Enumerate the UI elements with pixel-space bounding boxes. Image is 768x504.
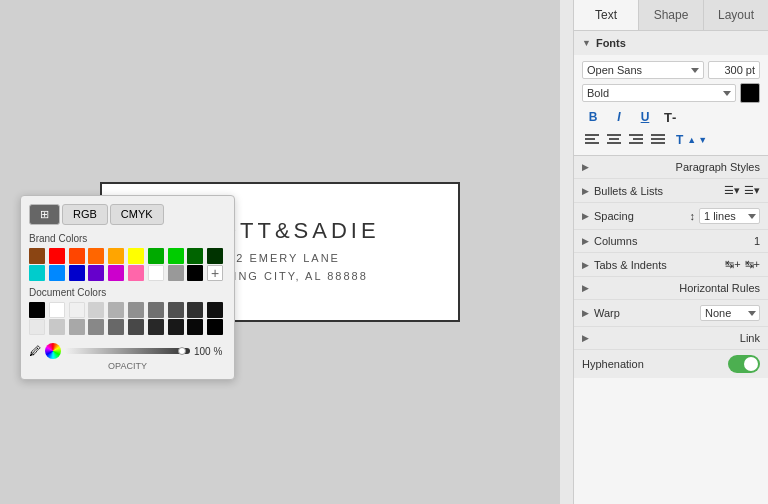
font-style-select[interactable]: Bold bbox=[582, 84, 736, 102]
swatch[interactable] bbox=[88, 265, 104, 281]
swatch[interactable] bbox=[69, 265, 85, 281]
tab-shape[interactable]: Shape bbox=[639, 0, 704, 30]
horizontal-rules-row[interactable]: ▶ Horizontal Rules bbox=[574, 277, 768, 300]
swatch[interactable] bbox=[187, 319, 203, 335]
tab-cmyk[interactable]: CMYK bbox=[110, 204, 164, 225]
spacing-row[interactable]: ▶ Spacing ↕ 1 lines 1.5 lines 2 lines bbox=[574, 203, 768, 230]
swatch[interactable] bbox=[207, 319, 223, 335]
swatch[interactable] bbox=[29, 302, 45, 318]
swatch[interactable] bbox=[128, 248, 144, 264]
svg-rect-8 bbox=[629, 142, 643, 144]
warp-arrow: ▶ bbox=[582, 308, 589, 318]
eyedropper-icon[interactable]: 🖉 bbox=[29, 344, 41, 358]
swatch[interactable] bbox=[148, 319, 164, 335]
tab-rgb[interactable]: RGB bbox=[62, 204, 108, 225]
columns-label: Columns bbox=[594, 235, 637, 247]
svg-rect-2 bbox=[585, 142, 599, 144]
text-baseline-up-button[interactable]: ▲ bbox=[687, 135, 696, 145]
fonts-arrow-icon: ▼ bbox=[582, 38, 591, 48]
hyphenation-row[interactable]: Hyphenation bbox=[574, 350, 768, 378]
svg-rect-0 bbox=[585, 134, 599, 136]
swatch[interactable] bbox=[108, 248, 124, 264]
swatch[interactable] bbox=[88, 248, 104, 264]
spacing-arrow: ▶ bbox=[582, 211, 589, 221]
align-right-button[interactable] bbox=[626, 131, 646, 149]
opacity-value[interactable]: 100 % bbox=[194, 346, 226, 357]
warp-row[interactable]: ▶ Warp None Arc Wave bbox=[574, 300, 768, 327]
swatch[interactable] bbox=[128, 319, 144, 335]
color-wheel-icon[interactable] bbox=[45, 343, 61, 359]
swatch[interactable] bbox=[168, 248, 184, 264]
warp-select[interactable]: None Arc Wave bbox=[700, 305, 760, 321]
tab-text[interactable]: Text bbox=[574, 0, 639, 30]
swatch[interactable] bbox=[29, 265, 45, 281]
swatch[interactable] bbox=[148, 248, 164, 264]
bullets-icons: ☰▾ ☰▾ bbox=[724, 184, 760, 197]
swatch[interactable] bbox=[187, 265, 203, 281]
tab-layout[interactable]: Layout bbox=[704, 0, 768, 30]
indent-icon[interactable]: ↹+ bbox=[745, 258, 760, 271]
brand-colors-label: Brand Colors bbox=[29, 233, 226, 244]
swatch[interactable] bbox=[108, 319, 124, 335]
paragraph-styles-row[interactable]: ▶ Paragraph Styles bbox=[574, 156, 768, 179]
align-left-button[interactable] bbox=[582, 131, 602, 149]
svg-rect-11 bbox=[651, 142, 665, 144]
underline-button[interactable]: U bbox=[634, 107, 656, 127]
swatch[interactable] bbox=[168, 265, 184, 281]
font-size-input[interactable] bbox=[708, 61, 760, 79]
swatch[interactable] bbox=[128, 302, 144, 318]
swatch[interactable] bbox=[49, 319, 65, 335]
swatch[interactable] bbox=[69, 302, 85, 318]
swatch[interactable] bbox=[108, 302, 124, 318]
tab-grid[interactable]: ⊞ bbox=[29, 204, 60, 225]
swatch[interactable] bbox=[128, 265, 144, 281]
tabs-icons: ↹+ ↹+ bbox=[725, 258, 760, 271]
swatch[interactable] bbox=[207, 302, 223, 318]
font-family-select[interactable]: Open Sans bbox=[582, 61, 704, 79]
swatch[interactable] bbox=[49, 302, 65, 318]
swatch[interactable] bbox=[88, 302, 104, 318]
swatch[interactable] bbox=[29, 248, 45, 264]
opacity-label: OPACITY bbox=[29, 361, 226, 371]
swatch[interactable] bbox=[187, 302, 203, 318]
svg-rect-9 bbox=[651, 134, 665, 136]
swatch[interactable] bbox=[49, 248, 65, 264]
swatch[interactable] bbox=[148, 302, 164, 318]
add-color-button[interactable]: + bbox=[207, 265, 223, 281]
tabs-icon[interactable]: ↹+ bbox=[725, 258, 740, 271]
align-center-button[interactable] bbox=[604, 131, 624, 149]
italic-button[interactable]: I bbox=[608, 107, 630, 127]
text-raise-button[interactable]: T bbox=[676, 133, 683, 147]
bold-button[interactable]: B bbox=[582, 107, 604, 127]
bullets-lists-row[interactable]: ▶ Bullets & Lists ☰▾ ☰▾ bbox=[574, 179, 768, 203]
swatch[interactable] bbox=[168, 302, 184, 318]
font-color-box[interactable] bbox=[740, 83, 760, 103]
list-icon[interactable]: ☰▾ bbox=[744, 184, 760, 197]
align-justify-button[interactable] bbox=[648, 131, 668, 149]
swatch[interactable] bbox=[88, 319, 104, 335]
swatch[interactable] bbox=[29, 319, 45, 335]
swatch[interactable] bbox=[69, 319, 85, 335]
swatch[interactable] bbox=[148, 265, 164, 281]
swatch[interactable] bbox=[187, 248, 203, 264]
fonts-header[interactable]: ▼ Fonts bbox=[574, 31, 768, 55]
swatch[interactable] bbox=[69, 248, 85, 264]
swatch[interactable] bbox=[207, 248, 223, 264]
svg-rect-6 bbox=[629, 134, 643, 136]
swatch[interactable] bbox=[49, 265, 65, 281]
bullets-arrow: ▶ bbox=[582, 186, 589, 196]
hyphenation-toggle[interactable] bbox=[728, 355, 760, 373]
link-row[interactable]: ▶ Link bbox=[574, 327, 768, 350]
opacity-slider[interactable] bbox=[65, 348, 190, 354]
tabs-arrow: ▶ bbox=[582, 260, 589, 270]
swatch[interactable] bbox=[108, 265, 124, 281]
warp-label: Warp bbox=[594, 307, 620, 319]
baseline-button[interactable]: T‐ bbox=[664, 110, 676, 125]
swatch[interactable] bbox=[168, 319, 184, 335]
bullets-icon[interactable]: ☰▾ bbox=[724, 184, 740, 197]
text-baseline-down-button[interactable]: ▼ bbox=[698, 135, 707, 145]
svg-rect-1 bbox=[585, 138, 595, 140]
tabs-indents-row[interactable]: ▶ Tabs & Indents ↹+ ↹+ bbox=[574, 253, 768, 277]
spacing-select[interactable]: 1 lines 1.5 lines 2 lines bbox=[699, 208, 760, 224]
columns-row[interactable]: ▶ Columns 1 bbox=[574, 230, 768, 253]
